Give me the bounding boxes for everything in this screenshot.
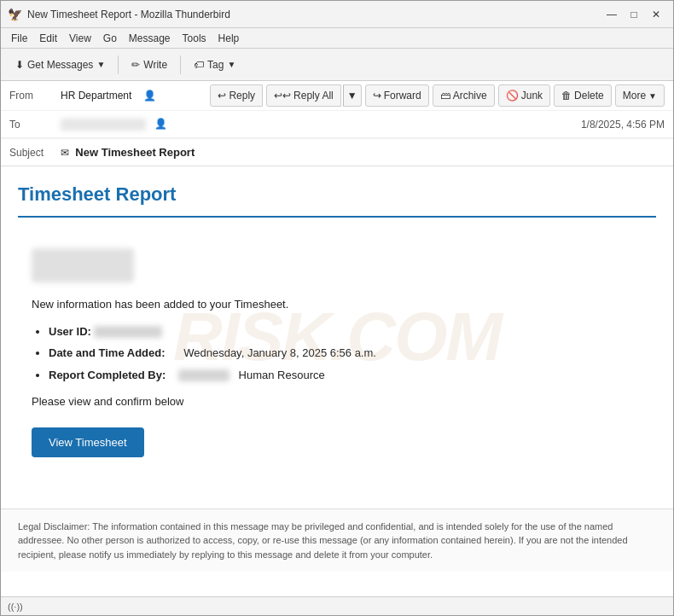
window-title: New Timesheet Report - Mozilla Thunderbi…: [27, 9, 596, 20]
content-box: New information has been added to your T…: [18, 235, 656, 478]
menu-go[interactable]: Go: [98, 31, 122, 46]
menu-file[interactable]: File: [6, 31, 32, 46]
company-logo: [32, 248, 134, 282]
intro-text: New information has been added to your T…: [32, 296, 642, 313]
more-button[interactable]: More ▼: [615, 84, 665, 107]
email-title: Timesheet Report: [18, 183, 656, 206]
junk-button[interactable]: 🚫 Junk: [498, 84, 550, 107]
reply-all-icon: ↩↩: [274, 90, 291, 102]
email-timestamp: 1/8/2025, 4:56 PM: [581, 119, 665, 131]
userid-value: [94, 326, 162, 338]
from-label: From: [9, 90, 61, 102]
subject-value: ✉ New Timesheet Report: [61, 146, 665, 159]
write-button[interactable]: ✏ Write: [124, 53, 175, 77]
get-messages-icon: ⬇: [15, 59, 24, 71]
archive-icon: 🗃: [440, 90, 450, 102]
info-list: User ID: Date and Time Added: Wednesday,…: [32, 323, 642, 384]
menu-edit[interactable]: Edit: [34, 31, 62, 46]
reply-icon: ↩: [218, 90, 226, 102]
menu-view[interactable]: View: [64, 31, 96, 46]
menu-help[interactable]: Help: [213, 31, 245, 46]
forward-button[interactable]: ↪ Forward: [365, 84, 429, 107]
status-bar: ((·)): [1, 596, 673, 615]
minimize-button[interactable]: —: [601, 6, 622, 23]
menu-tools[interactable]: Tools: [177, 31, 212, 46]
to-label: To: [9, 119, 61, 131]
archive-button[interactable]: 🗃 Archive: [433, 84, 495, 107]
forward-icon: ↪: [373, 90, 381, 102]
write-icon: ✏: [131, 59, 140, 71]
email-body: RISK.COM Timesheet Report New informatio…: [1, 166, 673, 596]
email-footer: Legal Disclaimer: The information contai…: [1, 508, 673, 572]
title-divider: [18, 216, 656, 218]
get-messages-dropdown-icon[interactable]: ▼: [96, 60, 105, 69]
delete-button[interactable]: 🗑 Delete: [554, 84, 612, 107]
toolbar-divider-2: [180, 55, 181, 74]
to-contact-icon: 👤: [154, 118, 167, 130]
list-item-datetime: Date and Time Added: Wednesday, January …: [49, 345, 642, 362]
completed-by-name: [178, 369, 230, 381]
junk-icon: 🚫: [506, 90, 519, 102]
disclaimer-text: Legal Disclaimer: The information contai…: [18, 520, 656, 562]
get-messages-button[interactable]: ⬇ Get Messages ▼: [8, 53, 113, 77]
more-dropdown-icon: ▼: [648, 91, 657, 101]
list-item-userid: User ID:: [49, 323, 642, 340]
reply-all-dropdown-button[interactable]: ▼: [343, 84, 362, 107]
delete-icon: 🗑: [561, 90, 572, 102]
reply-all-button[interactable]: ↩↩ Reply All: [266, 84, 341, 107]
tag-button[interactable]: 🏷 Tag ▼: [186, 53, 243, 77]
status-icon: ((·)): [8, 601, 23, 612]
subject-icon: ✉: [61, 147, 69, 159]
view-timesheet-button[interactable]: View Timesheet: [32, 427, 144, 457]
to-value: 👤: [61, 118, 581, 131]
app-icon: 🦅: [8, 8, 22, 21]
maximize-button[interactable]: □: [624, 6, 644, 23]
cta-text: Please view and confirm below: [32, 393, 642, 410]
tag-icon: 🏷: [194, 59, 204, 71]
from-value: HR Department 👤: [61, 90, 210, 102]
list-item-completed-by: Report Completed By: Human Resource: [49, 367, 642, 384]
close-button[interactable]: ✕: [646, 6, 666, 23]
contact-icon: 👤: [143, 90, 156, 102]
tag-dropdown-icon[interactable]: ▼: [227, 60, 235, 69]
menu-message[interactable]: Message: [124, 31, 176, 46]
toolbar-divider-1: [118, 55, 119, 74]
reply-button[interactable]: ↩ Reply: [210, 84, 263, 107]
subject-label: Subject: [9, 147, 61, 159]
